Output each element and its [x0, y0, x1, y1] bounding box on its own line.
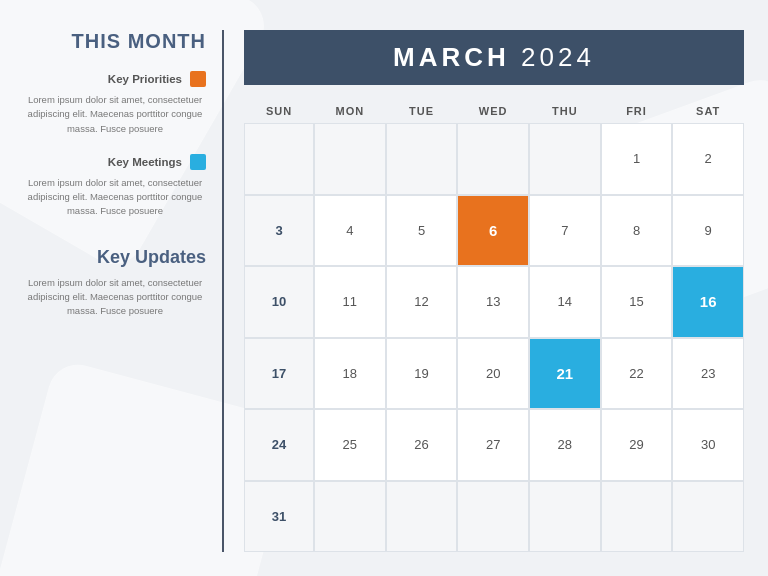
cal-row5-sun: 24 — [244, 409, 314, 481]
cal-row6-sun: 31 — [244, 481, 314, 553]
cal-day-6: 6 — [457, 195, 529, 267]
meetings-section: Key Meetings Lorem ipsum dolor sit amet,… — [24, 154, 206, 219]
priorities-header: Key Priorities — [24, 71, 206, 87]
cal-day-1: 1 — [601, 123, 673, 195]
cal-row1-tue — [386, 123, 458, 195]
col-header-sun: SUN — [244, 99, 314, 123]
cal-day-27: 27 — [457, 409, 529, 481]
cal-day-22: 22 — [601, 338, 673, 410]
calendar-month: MARCH — [393, 42, 510, 72]
sidebar-title: THIS MONTH — [24, 30, 206, 53]
cal-day-19: 19 — [386, 338, 458, 410]
cal-row6-thu — [529, 481, 601, 553]
meetings-label: Key Meetings — [108, 156, 182, 168]
cal-row2-sun: 3 — [244, 195, 314, 267]
cal-day-20: 20 — [457, 338, 529, 410]
cal-day-23: 23 — [672, 338, 744, 410]
cal-row6-fri — [601, 481, 673, 553]
cal-day-26: 26 — [386, 409, 458, 481]
cal-day-28: 28 — [529, 409, 601, 481]
cal-row1-thu — [529, 123, 601, 195]
cal-day-13: 13 — [457, 266, 529, 338]
cal-row3-sun: 10 — [244, 266, 314, 338]
cal-row1-mon — [314, 123, 386, 195]
priorities-color-badge — [190, 71, 206, 87]
cal-day-16: 16 — [672, 266, 744, 338]
calendar-grid: SUN MON TUE WED THU FRI SAT 1 2 3 4 5 6 … — [244, 99, 744, 552]
sidebar: THIS MONTH Key Priorities Lorem ipsum do… — [24, 30, 224, 552]
col-header-mon: MON — [314, 99, 386, 123]
cal-day-9: 9 — [672, 195, 744, 267]
priorities-section: Key Priorities Lorem ipsum dolor sit ame… — [24, 71, 206, 136]
meetings-color-badge — [190, 154, 206, 170]
cal-row6-tue — [386, 481, 458, 553]
priorities-text: Lorem ipsum dolor sit amet, consectetuer… — [24, 93, 206, 136]
updates-title: Key Updates — [24, 247, 206, 268]
cal-day-2: 2 — [672, 123, 744, 195]
col-header-wed: WED — [457, 99, 529, 123]
col-header-sat: SAT — [672, 99, 744, 123]
cal-day-12: 12 — [386, 266, 458, 338]
cal-day-14: 14 — [529, 266, 601, 338]
cal-row6-mon — [314, 481, 386, 553]
cal-day-8: 8 — [601, 195, 673, 267]
calendar-area: MARCH 2024 SUN MON TUE WED THU FRI SAT 1… — [224, 30, 744, 552]
calendar-year: 2024 — [521, 42, 595, 72]
cal-row4-sun: 17 — [244, 338, 314, 410]
updates-text: Lorem ipsum dolor sit amet, consectetuer… — [24, 276, 206, 319]
calendar-header: MARCH 2024 — [244, 30, 744, 85]
meetings-header: Key Meetings — [24, 154, 206, 170]
updates-section: Key Updates Lorem ipsum dolor sit amet, … — [24, 247, 206, 319]
cal-row1-wed — [457, 123, 529, 195]
page-container: THIS MONTH Key Priorities Lorem ipsum do… — [0, 0, 768, 576]
cal-day-5: 5 — [386, 195, 458, 267]
priorities-label: Key Priorities — [108, 73, 182, 85]
col-header-thu: THU — [529, 99, 601, 123]
cal-row1-sun — [244, 123, 314, 195]
cal-day-30: 30 — [672, 409, 744, 481]
cal-row6-sat — [672, 481, 744, 553]
cal-day-11: 11 — [314, 266, 386, 338]
cal-day-21: 21 — [529, 338, 601, 410]
col-header-fri: FRI — [601, 99, 673, 123]
cal-day-29: 29 — [601, 409, 673, 481]
col-header-tue: TUE — [386, 99, 458, 123]
cal-day-7: 7 — [529, 195, 601, 267]
cal-day-4: 4 — [314, 195, 386, 267]
cal-day-18: 18 — [314, 338, 386, 410]
cal-day-15: 15 — [601, 266, 673, 338]
cal-row6-wed — [457, 481, 529, 553]
cal-day-25: 25 — [314, 409, 386, 481]
meetings-text: Lorem ipsum dolor sit amet, consectetuer… — [24, 176, 206, 219]
